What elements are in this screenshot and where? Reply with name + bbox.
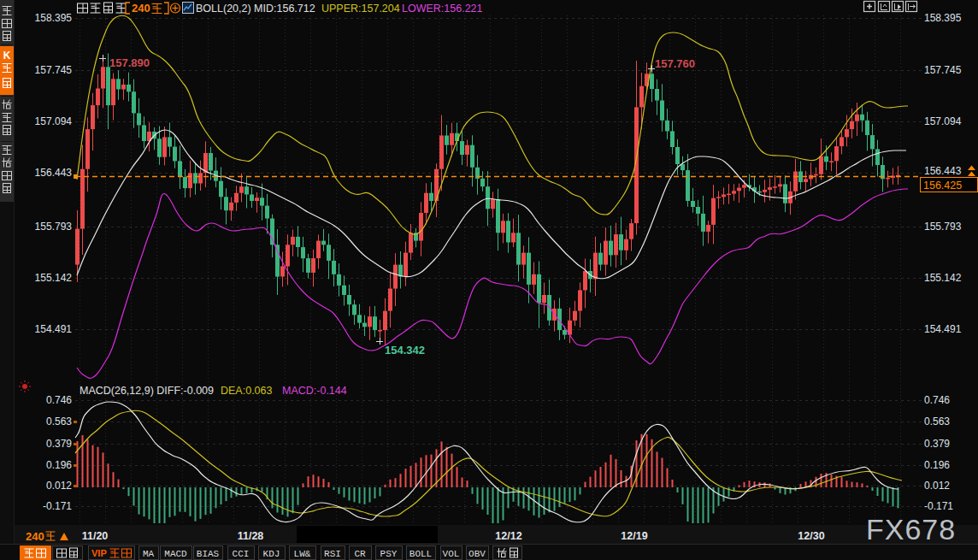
svg-text:DEA:0.063: DEA:0.063 [221,385,273,397]
svg-text:157.094: 157.094 [924,115,962,127]
svg-text:MACD(26,12,9) DIFF:-0.009: MACD(26,12,9) DIFF:-0.009 [80,385,214,397]
svg-text:155.793: 155.793 [924,221,962,233]
svg-text:155.142: 155.142 [35,272,73,284]
svg-text:LOWER:156.221: LOWER:156.221 [402,3,483,15]
svg-text:CR: CR [354,549,366,559]
svg-text:157.760: 157.760 [655,57,695,70]
svg-text:155.793: 155.793 [35,221,73,233]
svg-text:RSI: RSI [324,549,341,559]
svg-text:0.379: 0.379 [924,438,950,450]
svg-text:157.745: 157.745 [35,64,73,76]
svg-text:154.342: 154.342 [385,344,425,357]
svg-text:0.563: 0.563 [924,416,950,427]
svg-text:PSY: PSY [380,549,398,559]
svg-text:MA: MA [143,549,155,559]
svg-text:VOL: VOL [443,549,460,559]
svg-text:157.094: 157.094 [35,115,73,127]
svg-text:157.890: 157.890 [109,56,150,69]
svg-text:154.491: 154.491 [924,323,962,335]
svg-text:0.563: 0.563 [46,416,72,427]
svg-text:155.142: 155.142 [924,272,962,284]
svg-text:BOLL: BOLL [409,549,432,559]
svg-text:156.443: 156.443 [924,165,962,177]
svg-text:156.425: 156.425 [923,180,962,192]
svg-text:0.379: 0.379 [46,438,72,450]
svg-text:LW&: LW& [294,549,311,559]
svg-text:158.395: 158.395 [924,12,962,24]
svg-text:BIAS: BIAS [197,549,220,559]
svg-text:0.746: 0.746 [924,394,950,406]
svg-text:158.395: 158.395 [35,12,73,24]
svg-text:12/12: 12/12 [495,530,521,542]
svg-text:157.745: 157.745 [924,64,962,76]
svg-text:VIP: VIP [91,548,107,558]
svg-text:MACD:-0.144: MACD:-0.144 [282,385,347,397]
svg-text:240: 240 [132,2,150,15]
svg-text:-0.171: -0.171 [43,500,72,512]
svg-text:0.012: 0.012 [46,480,72,492]
svg-text:0.012: 0.012 [924,480,950,492]
svg-text:CCI: CCI [233,549,250,559]
svg-text:11/20: 11/20 [82,530,109,542]
svg-text:12/30: 12/30 [798,530,824,542]
svg-text:0.746: 0.746 [46,394,72,406]
svg-text:UPPER:157.204: UPPER:157.204 [321,3,400,15]
svg-text:11/28: 11/28 [238,530,264,542]
svg-text:240: 240 [26,530,44,543]
svg-text:154.491: 154.491 [35,323,73,335]
svg-text:OBV: OBV [468,549,486,559]
svg-text:MACD: MACD [164,549,187,559]
svg-text:0.196: 0.196 [924,459,950,471]
svg-text:BOLL(20,2) MID:156.712: BOLL(20,2) MID:156.712 [196,3,315,15]
svg-text:FX678: FX678 [866,513,956,545]
svg-text:156.443: 156.443 [35,167,73,179]
svg-text:12/19: 12/19 [621,530,647,542]
svg-text:KDJ: KDJ [263,549,280,559]
svg-text:-0.171: -0.171 [924,500,953,512]
svg-text:0.196: 0.196 [46,459,72,471]
svg-text:K: K [3,50,11,62]
